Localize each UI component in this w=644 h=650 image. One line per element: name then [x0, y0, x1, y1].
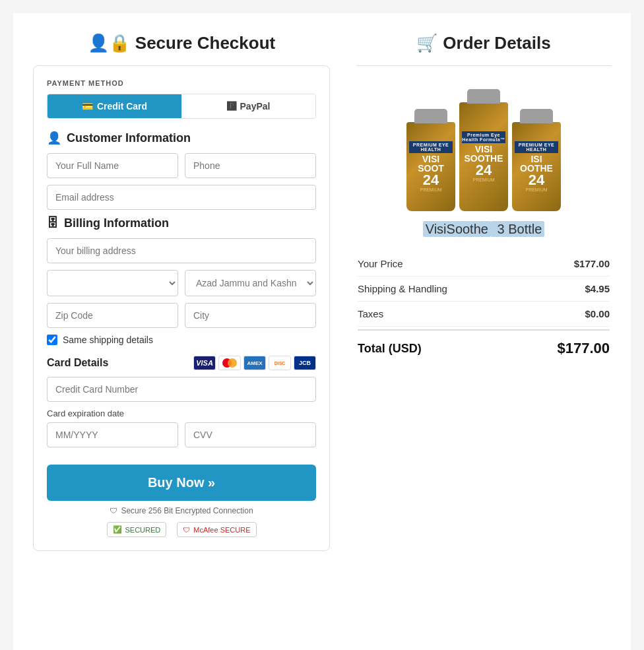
mastercard-icon: [218, 356, 241, 370]
bottle-group: PREMIUM EYE HEALTH VISISOOT 24 PREMIUM P…: [404, 79, 563, 211]
bottle-cap-right: [520, 109, 553, 123]
bottle-center: Premium Eye Health Formula™ VISISOOTHE 2…: [457, 89, 510, 211]
card-number-group: [47, 377, 316, 402]
bottle-left: PREMIUM EYE HEALTH VISISOOT 24 PREMIUM: [404, 109, 457, 211]
full-name-input[interactable]: [47, 153, 178, 178]
country-state-row: Pakistan India United States Azad Jammu …: [47, 270, 316, 296]
price-amount: $177.00: [574, 258, 610, 269]
amex-icon: AMEX: [243, 356, 266, 370]
bottle-body-center: Premium Eye Health Formula™ VISISOOTHE 2…: [459, 102, 508, 211]
checkout-form: PAYMENT METHOD 💳 Credit Card 🅿 PayPal 👤 …: [33, 65, 330, 551]
email-input[interactable]: [47, 185, 316, 210]
country-select[interactable]: Pakistan India United States: [47, 270, 178, 296]
jcb-icon: JCB: [294, 356, 316, 370]
order-details-title: 🛒 Order Details: [356, 33, 611, 53]
shipping-label: Shipping & Handling: [358, 283, 447, 294]
visa-icon: VISA: [193, 356, 216, 370]
expiry-cvv-row: [47, 422, 316, 447]
tab-credit-card[interactable]: 💳 Credit Card: [48, 94, 181, 118]
product-name: VisiSoothe 3 Bottle: [356, 222, 611, 237]
paypal-icon: 🅿: [227, 101, 236, 112]
cart-icon: 🛒: [416, 33, 437, 53]
product-name-highlight: VisiSoothe: [423, 221, 491, 237]
bottle-body-left: PREMIUM EYE HEALTH VISISOOT 24 PREMIUM: [406, 122, 455, 211]
card-number-input[interactable]: [47, 377, 316, 402]
bottle-right: PREMIUM EYE HEALTH ISIOOTHE 24 PREMIUM: [510, 109, 563, 211]
product-image-area: PREMIUM EYE HEALTH VISISOOT 24 PREMIUM P…: [356, 79, 611, 211]
zip-city-row: [47, 303, 316, 328]
cvv-input[interactable]: [185, 422, 316, 447]
svg-point-1: [228, 358, 237, 368]
total-amount: $177.00: [557, 340, 610, 357]
phone-input[interactable]: [185, 153, 316, 178]
customer-info-section-title: 👤 Customer Information: [47, 131, 316, 145]
tab-paypal[interactable]: 🅿 PayPal: [181, 94, 315, 118]
total-label: Total (USD): [358, 342, 422, 356]
order-summary: Your Price $177.00 Shipping & Handling $…: [356, 250, 611, 365]
trust-badge-secured-label: SECURED: [125, 526, 161, 534]
order-divider: [356, 65, 611, 66]
city-input[interactable]: [185, 303, 316, 328]
bottle-cap-left: [414, 109, 447, 123]
billing-address-input[interactable]: [47, 238, 316, 263]
email-group: [47, 185, 316, 210]
bottle-cap-center: [467, 89, 500, 104]
billing-address-group: [47, 238, 316, 263]
expiry-label: Card expiration date: [47, 408, 316, 418]
card-icons: VISA AMEX DISC JCB: [193, 356, 316, 370]
name-phone-row: [47, 153, 316, 178]
product-name-suffix: 3 Bottle: [491, 221, 544, 237]
price-row: Your Price $177.00: [358, 251, 610, 276]
billing-info-section-title: 🗄 Billing Information: [47, 216, 316, 230]
total-row: Total (USD) $177.00: [358, 329, 610, 364]
trust-badge-mcafee-label: McAfee SECURE: [193, 526, 250, 534]
lock-person-icon: 👤🔒: [88, 33, 130, 53]
shipping-row: Shipping & Handling $4.95: [358, 276, 610, 302]
payment-tabs: 💳 Credit Card 🅿 PayPal: [47, 94, 316, 119]
bottle-body-right: PREMIUM EYE HEALTH ISIOOTHE 24 PREMIUM: [512, 122, 561, 211]
price-label: Your Price: [358, 258, 403, 269]
page-title: 👤🔒 Secure Checkout: [33, 33, 330, 53]
card-details-title: Card Details: [47, 357, 108, 369]
buy-now-button[interactable]: Buy Now »: [47, 465, 316, 501]
shield-check-icon: ✅: [113, 525, 122, 534]
discover-icon: DISC: [269, 356, 291, 370]
same-shipping-checkbox[interactable]: [47, 335, 57, 345]
same-shipping-row: Same shipping details: [47, 335, 316, 345]
card-details-header: Card Details VISA AMEX DISC JCB: [47, 356, 316, 370]
taxes-label: Taxes: [358, 308, 383, 319]
zip-input[interactable]: [47, 303, 178, 328]
state-select[interactable]: Azad Jammu and Kashn Punjab Sindh: [185, 270, 316, 296]
expiry-input[interactable]: [47, 422, 178, 447]
trust-badge-mcafee: 🛡 McAfee SECURE: [177, 522, 256, 537]
taxes-row: Taxes $0.00: [358, 302, 610, 327]
security-note: 🛡 Secure 256 Bit Encrypted Connection: [47, 506, 316, 515]
trust-badge-secured: ✅ SECURED: [107, 522, 167, 537]
person-icon: 👤: [47, 131, 61, 145]
mcafee-icon: 🛡: [183, 526, 190, 534]
credit-card-icon: 💳: [82, 101, 93, 112]
taxes-amount: $0.00: [585, 308, 610, 319]
shield-icon: 🛡: [110, 506, 117, 515]
billing-icon: 🗄: [47, 216, 59, 230]
trust-badges: ✅ SECURED 🛡 McAfee SECURE: [47, 522, 316, 537]
shipping-amount: $4.95: [585, 283, 610, 294]
same-shipping-label[interactable]: Same shipping details: [63, 335, 153, 345]
payment-method-label: PAYMENT METHOD: [47, 79, 316, 87]
